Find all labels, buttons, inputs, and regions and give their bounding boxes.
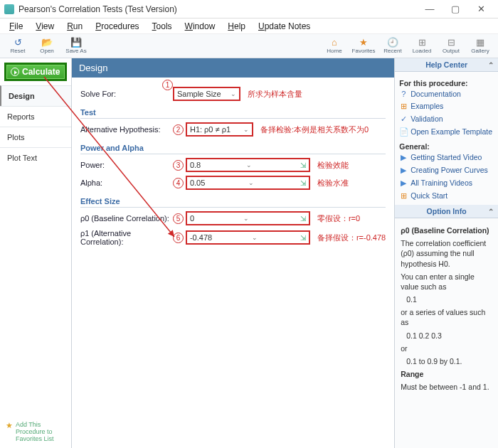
expand-icon[interactable]: ⇲	[300, 234, 306, 242]
open-example-template-icon: 📄	[399, 127, 408, 137]
option-text: or a series of values such as	[401, 307, 492, 327]
badge-2: 2	[173, 124, 184, 135]
help-getting-started-video[interactable]: ▶Getting Started Video	[399, 151, 494, 164]
menu-window[interactable]: Window	[179, 20, 222, 33]
toolbar-open[interactable]: 📂Open	[33, 35, 60, 58]
window-title: Pearson's Correlation Tests (Test Versio…	[18, 4, 417, 14]
alt-hyp-annot: 备择检验:本例是相关系数不为0	[260, 124, 369, 135]
alt-hyp-combo[interactable]: H1: ρ0 ≠ ρ1 ⌄	[186, 122, 253, 137]
toolbar-output[interactable]: ⊟Output	[438, 35, 465, 58]
help-subhead-general: General:	[399, 142, 494, 151]
nav-reports[interactable]: Reports	[0, 106, 71, 127]
home-icon: ⌂	[332, 38, 337, 48]
help-subhead-procedure: For this procedure:	[399, 79, 494, 87]
validation-icon: ✓	[399, 114, 408, 124]
badge-5: 5	[173, 213, 184, 224]
loaded-icon: ⊞	[418, 38, 426, 48]
close-button[interactable]: ✕	[468, 0, 494, 18]
badge-4: 4	[173, 178, 184, 188]
collapse-icon[interactable]: ⌃	[488, 61, 494, 69]
alt-hyp-label: Alternative Hypothesis:	[80, 125, 173, 134]
rho1-combo[interactable]: -0.478 ⌄⇲	[186, 230, 310, 245]
documentation-icon: ?	[399, 90, 408, 98]
rho1-annot: 备择假设：r=-0.478	[317, 233, 386, 243]
open-icon: 📂	[41, 38, 53, 48]
chevron-down-icon: ⌄	[248, 179, 254, 186]
power-combo[interactable]: 0.8 ⌄⇲	[186, 158, 310, 172]
toolbar-save-as[interactable]: 💾Save As	[63, 35, 90, 58]
examples-icon: ⊞	[399, 102, 408, 111]
badge-6: 6	[173, 233, 184, 243]
rho0-label: ρ0 (Baseline Correlation):	[80, 214, 173, 223]
badge-3: 3	[173, 160, 184, 171]
alpha-combo[interactable]: 0.05 ⌄⇲	[186, 176, 310, 190]
maximize-button[interactable]: ▢	[443, 0, 468, 18]
option-value: 0.1	[406, 294, 492, 304]
nav-plots[interactable]: Plots	[0, 127, 71, 147]
design-panel-title: Design	[72, 58, 394, 78]
all-training-videos-icon: ▶	[399, 178, 408, 188]
rho1-label: ρ1 (Alternative Correlation):	[80, 229, 173, 246]
effect-section: Effect Size	[80, 197, 386, 208]
toolbar-loaded[interactable]: ⊞Loaded	[408, 35, 435, 58]
alpha-label: Alpha:	[80, 178, 173, 187]
app-icon	[4, 4, 14, 14]
expand-icon[interactable]: ⇲	[300, 161, 306, 169]
run-icon	[11, 68, 19, 76]
calculate-button[interactable]: Calculate	[4, 63, 67, 81]
help-validation[interactable]: ✓Validation	[399, 112, 494, 125]
help-all-training-videos[interactable]: ▶All Training Videos	[399, 176, 494, 189]
getting-started-video-icon: ▶	[399, 153, 408, 162]
expand-icon[interactable]: ⇲	[300, 179, 306, 187]
solve-for-annot: 所求为样本含量	[248, 89, 302, 100]
menu-file[interactable]: File	[3, 20, 29, 33]
quick-start-icon: ⊞	[399, 191, 408, 201]
star-icon: ★	[6, 421, 13, 442]
option-value: 0.1 0.2 0.3	[406, 331, 492, 341]
minimize-button[interactable]: —	[417, 0, 443, 18]
option-range-head: Range	[401, 369, 492, 379]
menu-help[interactable]: Help	[221, 20, 252, 33]
recent-icon: 🕘	[387, 38, 398, 48]
menu-update-notes[interactable]: Update Notes	[252, 20, 317, 33]
expand-icon[interactable]: ⇲	[300, 215, 306, 223]
menu-procedures[interactable]: Procedures	[89, 20, 145, 33]
favorites-note[interactable]: ★ Add This Procedure to Favorites List	[0, 415, 71, 448]
calculate-label: Calculate	[22, 67, 60, 77]
toolbar-gallery[interactable]: ▦Gallery	[467, 35, 494, 58]
test-section: Test	[80, 108, 386, 119]
save as-icon: 💾	[70, 38, 82, 48]
toolbar-reset[interactable]: ↺Reset	[4, 35, 31, 58]
toolbar-recent[interactable]: 🕘Recent	[379, 35, 406, 58]
toolbar-home[interactable]: ⌂Home	[321, 35, 348, 58]
menu-run[interactable]: Run	[60, 20, 89, 33]
collapse-icon[interactable]: ⌃	[488, 208, 494, 215]
option-info-header[interactable]: Option Info ⌃	[395, 205, 498, 218]
menu-tools[interactable]: Tools	[146, 20, 179, 33]
menu-view[interactable]: View	[29, 20, 60, 33]
option-range-text: Must be between -1 and 1.	[401, 382, 492, 392]
rho0-annot: 零假设：r=0	[317, 213, 360, 224]
chevron-down-icon: ⌄	[231, 90, 236, 97]
help-open-example-template[interactable]: 📄Open Example Template	[399, 125, 494, 138]
toolbar-favorites[interactable]: ★Favorites	[350, 35, 377, 58]
rho0-combo[interactable]: 0 ⌄⇲	[186, 211, 310, 225]
help-documentation[interactable]: ?Documentation	[399, 87, 494, 100]
help-examples[interactable]: ⊞Examples	[399, 100, 494, 112]
option-value: 0.1 to 0.9 by 0.1.	[406, 356, 492, 366]
nav-plot-text[interactable]: Plot Text	[0, 147, 71, 168]
solve-for-label: Solve For:	[80, 90, 173, 98]
option-text: You can enter a single value such as	[401, 272, 492, 292]
help-center-header[interactable]: Help Center ⌃	[395, 58, 498, 72]
option-text: The correlation coefficient (ρ0) assumin…	[401, 238, 492, 269]
help-creating-power-curves[interactable]: ▶Creating Power Curves	[399, 164, 494, 176]
power-label: Power:	[80, 161, 173, 169]
nav-design[interactable]: Design	[0, 85, 71, 106]
help-quick-start[interactable]: ⊞Quick Start	[399, 189, 494, 202]
option-text: or	[401, 343, 492, 353]
badge-1: 1	[162, 80, 173, 90]
solve-for-combo[interactable]: Sample Size ⌄	[173, 87, 240, 101]
chevron-down-icon: ⌄	[246, 161, 252, 169]
alpha-annot: 检验水准	[317, 178, 349, 188]
chevron-down-icon: ⌄	[243, 126, 249, 133]
